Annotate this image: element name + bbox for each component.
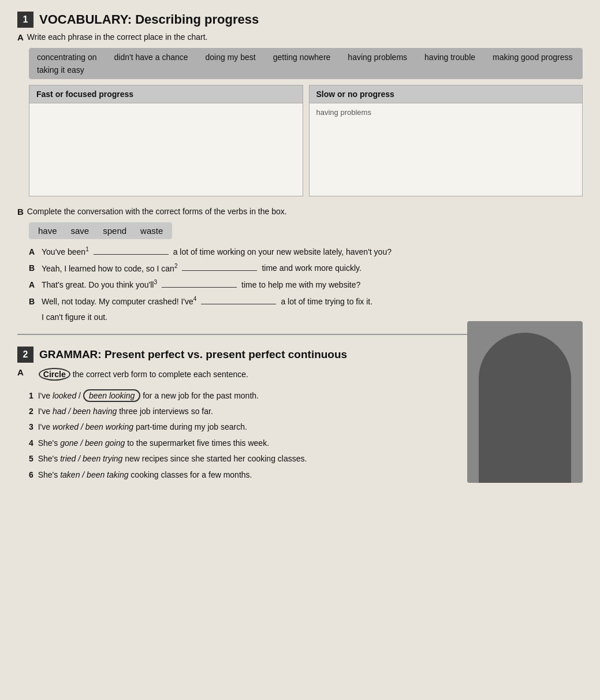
conversation: A You've been1 a lot of time working on … bbox=[29, 245, 583, 323]
section-2-title: GRAMMAR: Present perfect vs. present per… bbox=[39, 348, 347, 361]
verb-have: have bbox=[38, 226, 57, 236]
phrase-didnt-have: didn't have a chance bbox=[114, 53, 188, 62]
ex-2-text: I've had / been having three job intervi… bbox=[38, 407, 213, 416]
convo-line-1: A You've been1 a lot of time working on … bbox=[29, 245, 583, 258]
ex-num-2: 2 bbox=[29, 407, 33, 416]
ex-num-5: 5 bbox=[29, 454, 33, 463]
ex-num-4: 4 bbox=[29, 438, 33, 448]
chart-slow-item-1: having problems bbox=[316, 108, 576, 117]
chart-col-slow-body: having problems bbox=[310, 103, 583, 196]
convo-4-after: a lot of time trying to fix it. bbox=[281, 296, 372, 308]
circle-instruction-suffix: the correct verb form to complete each s… bbox=[73, 370, 248, 379]
part-b-row: B Complete the conversation with the cor… bbox=[17, 207, 583, 217]
phrase-taking-it-easy: taking it easy bbox=[37, 65, 84, 75]
part-b-label: B bbox=[17, 207, 24, 217]
section2-part-a-instruction: Circle the correct verb form to complete… bbox=[39, 370, 248, 379]
speaker-a-2: A bbox=[29, 279, 39, 291]
verb-spend: spend bbox=[103, 226, 126, 236]
phrase-getting-nowhere: getting nowhere bbox=[273, 53, 331, 62]
blank-1[interactable] bbox=[94, 254, 169, 255]
verb-save: save bbox=[71, 226, 90, 236]
chart-col-slow-header: Slow or no progress bbox=[310, 85, 583, 103]
phrase-having-trouble: having trouble bbox=[424, 53, 475, 62]
section-2: 2 GRAMMAR: Present perfect vs. present p… bbox=[17, 347, 583, 481]
verb-box: have save spend waste bbox=[29, 222, 172, 239]
part-b-instruction: Complete the conversation with the corre… bbox=[27, 207, 287, 216]
convo-4b: I can't figure it out. bbox=[42, 311, 107, 323]
blank-3[interactable] bbox=[162, 287, 237, 288]
convo-line-4: B Well, not today. My computer crashed! … bbox=[29, 295, 583, 308]
ex-6-text: She's taken / been taking cooking classe… bbox=[38, 470, 252, 479]
convo-4-before: Well, not today. My computer crashed! I'… bbox=[42, 295, 196, 308]
part-a-instruction: Write each phrase in the correct place i… bbox=[27, 32, 208, 42]
section2-part-a-label: A bbox=[17, 367, 24, 377]
phrase-bank: concentrating on didn't have a chance do… bbox=[29, 48, 583, 79]
chart-col-fast-header: Fast or focused progress bbox=[29, 85, 303, 103]
ex-1-circled: been looking bbox=[83, 389, 140, 402]
chart-container: Fast or focused progress Slow or no prog… bbox=[29, 85, 583, 196]
ex-3-text: I've worked / been working part-time dur… bbox=[38, 422, 247, 431]
phrase-making-good-progress: making good progress bbox=[493, 53, 573, 62]
convo-2-before: Yeah, I learned how to code, so I can2 bbox=[42, 262, 177, 275]
convo-1-after: a lot of time working on your new websit… bbox=[173, 246, 392, 258]
speaker-a-1: A bbox=[29, 246, 39, 258]
speaker-b-2: B bbox=[29, 296, 39, 308]
ex-1-after: for a new job for the past month. bbox=[140, 391, 259, 400]
section-1-title: VOCABULARY: Describing progress bbox=[39, 12, 259, 27]
chart-col-fast-body bbox=[29, 103, 303, 196]
blank-2[interactable] bbox=[182, 270, 257, 271]
speaker-b-1: B bbox=[29, 262, 39, 274]
speaker-b-2-cont bbox=[29, 311, 39, 323]
ex-num-6: 6 bbox=[29, 470, 33, 479]
ex-num-3: 3 bbox=[29, 422, 33, 431]
phrase-concentrating-on: concentrating on bbox=[37, 53, 97, 62]
part-a-label: A bbox=[17, 32, 24, 42]
phrase-having-problems: having problems bbox=[348, 53, 407, 62]
phrase-doing-my-best: doing my best bbox=[206, 53, 256, 62]
convo-line-2: B Yeah, I learned how to code, so I can2… bbox=[29, 262, 583, 275]
ex-5-text: She's tried / been trying new recipes si… bbox=[38, 454, 307, 463]
photo-silhouette bbox=[479, 333, 571, 483]
blank-4[interactable] bbox=[201, 304, 276, 304]
section-1-number: 1 bbox=[17, 12, 33, 28]
ex-1-before: I've looked / bbox=[38, 391, 83, 400]
convo-3-before: That's great. Do you think you'll3 bbox=[42, 278, 157, 291]
section-1: 1 VOCABULARY: Describing progress A Writ… bbox=[17, 12, 583, 323]
convo-3-after: time to help me with my website? bbox=[241, 279, 360, 291]
convo-1-before: You've been1 bbox=[42, 245, 89, 258]
circle-instruction-word: Circle bbox=[39, 368, 70, 381]
verb-waste: waste bbox=[140, 226, 163, 236]
ex-4-text: She's gone / been going to the supermark… bbox=[38, 438, 269, 448]
section-2-number: 2 bbox=[17, 347, 33, 363]
ex-num-1: 1 bbox=[29, 391, 33, 400]
chart-col-slow: Slow or no progress having problems bbox=[309, 85, 583, 196]
convo-line-3: A That's great. Do you think you'll3 tim… bbox=[29, 278, 583, 291]
chart-col-fast: Fast or focused progress bbox=[29, 85, 303, 196]
convo-2-after: time and work more quickly. bbox=[262, 262, 361, 274]
part-a-row: A Write each phrase in the correct place… bbox=[17, 32, 583, 42]
section2-part-a-row: A Circle the correct verb form to comple… bbox=[17, 367, 456, 383]
person-photo bbox=[467, 321, 583, 483]
